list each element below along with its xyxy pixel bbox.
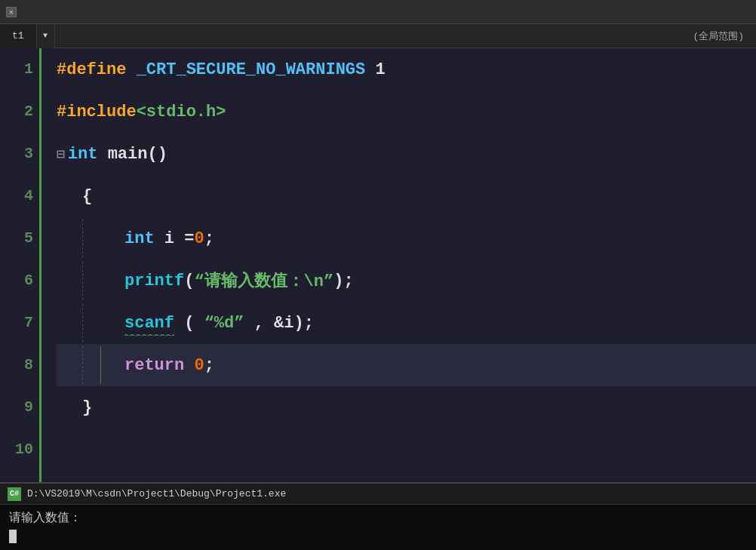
terminal-icon: C# [8, 487, 21, 501]
scope-label: (全局范围) [693, 29, 756, 43]
tab-bar: t1 ▼ (全局范围) [0, 24, 756, 48]
terminal-path: D:\VS2019\M\csdn\Project1\Debug\Project1… [27, 488, 286, 499]
indent-guide-8a [82, 346, 83, 384]
code-line-5: int i = 0 ; [57, 217, 756, 260]
line1-define: #define [57, 60, 137, 79]
line5-semi: ; [204, 229, 214, 248]
line-num-8: 8 [24, 344, 33, 386]
line-num-3: 3 [24, 133, 33, 175]
line5-var: i = [164, 229, 195, 248]
line6-paren-close: ); [333, 272, 353, 290]
file-tab[interactable]: t1 [0, 24, 37, 48]
line7-comma: , &i); [254, 314, 314, 333]
terminal-cursor [9, 530, 17, 543]
line3-int: int [68, 145, 108, 164]
tab-label: t1 [12, 30, 24, 41]
line2-header: <stdio.h> [137, 103, 226, 121]
title-bar: ✕ [0, 0, 756, 24]
code-line-4: { [57, 175, 756, 217]
dropdown-icon: ▼ [43, 32, 48, 40]
indent-guide-7a [82, 304, 83, 342]
code-line-2: #include <stdio.h> [57, 91, 756, 133]
line6-string: “请输入数值：\n” [194, 269, 333, 292]
line-num-6: 6 [24, 260, 33, 302]
code-line-9: } [57, 386, 756, 429]
line2-include: #include [57, 103, 137, 121]
line-num-5: 5 [24, 217, 33, 260]
line8-return: return [124, 356, 194, 375]
code-line-6: printf ( “请输入数值：\n” ); [57, 260, 756, 302]
code-line-8: return 0 ; [57, 344, 756, 386]
terminal-output: 请输入数值： [9, 509, 747, 527]
line-num-4: 4 [24, 175, 33, 217]
line-numbers: 1 2 3 4 5 6 7 8 9 10 [0, 48, 41, 482]
line1-value: 1 [365, 60, 385, 79]
line6-printf: printf [124, 272, 184, 290]
indent-guide-5a [82, 220, 83, 257]
close-button[interactable]: ✕ [6, 7, 17, 17]
line7-paren-open: ( [184, 314, 194, 333]
indent-guide-8b [100, 346, 101, 384]
code-line-3: ⊟ int main() [57, 133, 756, 175]
line-num-10: 10 [15, 429, 33, 471]
line6-paren-open: ( [184, 272, 194, 290]
line5-int: int [124, 229, 164, 248]
code-line-10 [57, 429, 756, 471]
line7-content: scanf ( “%d” , &i); [124, 314, 314, 333]
line4-brace: { [82, 187, 92, 206]
code-line-1: #define _CRT_SECURE_NO_WARNINGS 1 [57, 48, 756, 91]
line3-main: main() [108, 145, 167, 164]
terminal-body[interactable]: 请输入数值： [0, 505, 756, 550]
line7-scanf: scanf [124, 314, 174, 333]
code-content[interactable]: #define _CRT_SECURE_NO_WARNINGS 1 #inclu… [41, 48, 756, 482]
line8-zero: 0 [194, 356, 204, 375]
tab-dropdown[interactable]: ▼ [37, 24, 55, 48]
code-line-7: scanf ( “%d” , &i); [57, 302, 756, 344]
terminal-title-bar: C# D:\VS2019\M\csdn\Project1\Debug\Proje… [0, 484, 756, 505]
fold-icon-3[interactable]: ⊟ [57, 146, 65, 162]
line-num-2: 2 [24, 91, 33, 133]
line9-brace: } [82, 398, 92, 417]
line-num-7: 7 [24, 302, 33, 344]
line-num-9: 9 [24, 386, 33, 429]
line5-zero: 0 [194, 229, 204, 248]
terminal-panel: C# D:\VS2019\M\csdn\Project1\Debug\Proje… [0, 482, 756, 550]
indent-guide-6a [82, 262, 83, 300]
line7-format: “%d” [204, 314, 244, 333]
terminal-cursor-line [9, 527, 747, 545]
line-num-1: 1 [24, 48, 33, 91]
line8-semi: ; [204, 356, 214, 375]
line1-macro: _CRT_SECURE_NO_WARNINGS [137, 60, 366, 79]
code-editor: 1 2 3 4 5 6 7 8 9 10 #define _CRT_SECURE… [0, 48, 756, 482]
